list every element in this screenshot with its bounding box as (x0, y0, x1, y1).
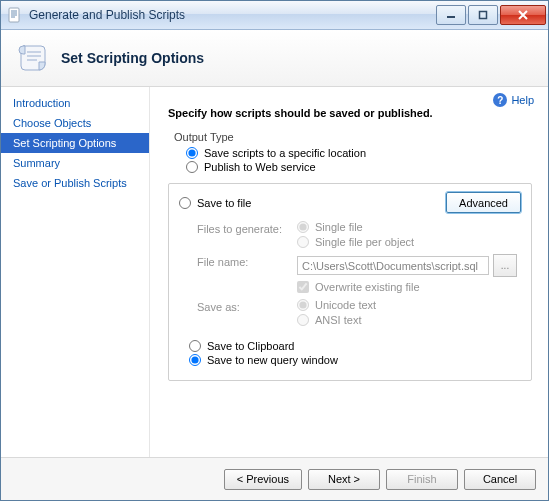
radio-save-to-file[interactable] (179, 197, 191, 209)
cancel-button[interactable]: Cancel (464, 469, 536, 490)
svg-rect-2 (480, 12, 487, 19)
radio-ansi (297, 314, 309, 326)
radio-publish-web[interactable] (186, 161, 198, 173)
sidebar: Introduction Choose Objects Set Scriptin… (1, 87, 150, 457)
maximize-button[interactable] (468, 5, 498, 25)
window-title: Generate and Publish Scripts (29, 8, 434, 22)
radio-save-location[interactable] (186, 147, 198, 159)
overwrite-label: Overwrite existing file (315, 281, 420, 293)
wizard-body: Introduction Choose Objects Set Scriptin… (1, 87, 548, 457)
files-to-generate-label: Files to generate: (197, 221, 287, 248)
radio-unicode (297, 299, 309, 311)
close-button[interactable] (500, 5, 546, 25)
output-type-label: Output Type (174, 131, 532, 143)
previous-button[interactable]: < Previous (224, 469, 302, 490)
radio-save-to-clipboard[interactable] (189, 340, 201, 352)
app-icon (7, 7, 23, 23)
save-options-group: Save to file Advanced Files to generate:… (168, 183, 532, 381)
minimize-button[interactable] (436, 5, 466, 25)
radio-save-to-new-query-label: Save to new query window (207, 354, 338, 366)
overwrite-checkbox (297, 281, 309, 293)
wizard-header: Set Scripting Options (1, 30, 548, 87)
wizard-window: Generate and Publish Scripts Set Scripti… (0, 0, 549, 501)
page-title: Set Scripting Options (61, 50, 204, 66)
help-label: Help (511, 94, 534, 106)
browse-button: ... (493, 254, 517, 277)
next-button[interactable]: Next > (308, 469, 380, 490)
main-panel: ? Help Specify how scripts should be sav… (150, 87, 548, 457)
radio-ansi-label: ANSI text (315, 314, 361, 326)
file-name-label: File name: (197, 254, 287, 293)
sidebar-item-introduction[interactable]: Introduction (1, 93, 149, 113)
instruction-text: Specify how scripts should be saved or p… (168, 107, 532, 119)
save-to-file-options: Files to generate: Single file Single fi… (197, 221, 517, 326)
radio-save-to-file-label: Save to file (197, 197, 251, 209)
sidebar-item-choose-objects[interactable]: Choose Objects (1, 113, 149, 133)
radio-file-per-object (297, 236, 309, 248)
save-as-label: Save as: (197, 299, 287, 326)
file-name-input (297, 256, 489, 275)
scroll-icon (15, 40, 51, 76)
wizard-footer: < Previous Next > Finish Cancel (1, 457, 548, 500)
radio-single-file-label: Single file (315, 221, 363, 233)
help-icon: ? (493, 93, 507, 107)
radio-single-file (297, 221, 309, 233)
radio-save-to-clipboard-label: Save to Clipboard (207, 340, 294, 352)
help-link[interactable]: ? Help (493, 93, 534, 107)
radio-save-to-new-query[interactable] (189, 354, 201, 366)
title-bar: Generate and Publish Scripts (1, 1, 548, 30)
finish-button[interactable]: Finish (386, 469, 458, 490)
sidebar-item-set-scripting-options[interactable]: Set Scripting Options (1, 133, 149, 153)
window-buttons (434, 5, 546, 25)
radio-file-per-object-label: Single file per object (315, 236, 414, 248)
sidebar-item-summary[interactable]: Summary (1, 153, 149, 173)
radio-save-location-label: Save scripts to a specific location (204, 147, 366, 159)
sidebar-item-save-or-publish[interactable]: Save or Publish Scripts (1, 173, 149, 193)
radio-unicode-label: Unicode text (315, 299, 376, 311)
advanced-button[interactable]: Advanced (446, 192, 521, 213)
radio-publish-web-label: Publish to Web service (204, 161, 316, 173)
